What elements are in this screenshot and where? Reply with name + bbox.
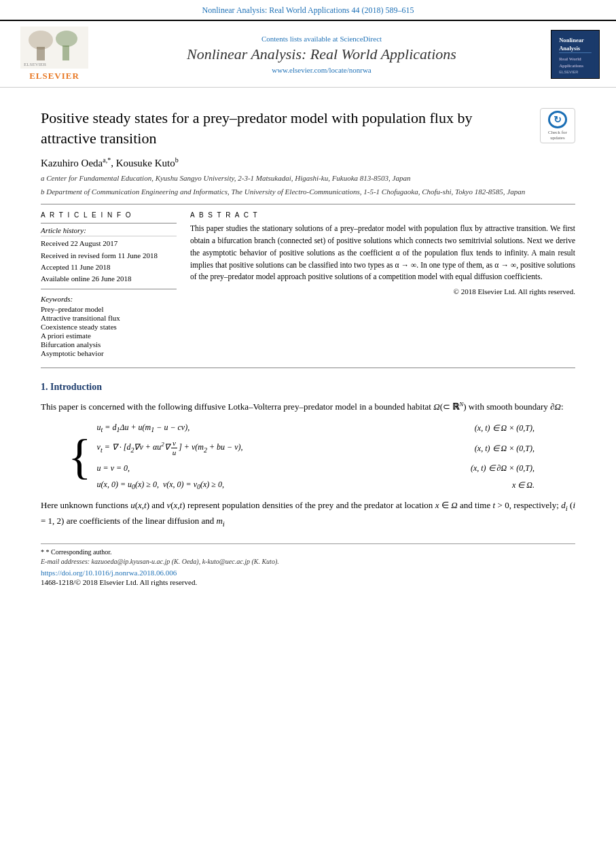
article-info-title: A R T I C L E I N F O (41, 211, 177, 219)
nonlinear-analysis-badge: Nonlinear Analysis Real World Applicatio… (551, 30, 600, 79)
abstract-section: A B S T R A C T This paper studies the s… (190, 211, 575, 358)
kw-1: Prey–predator model (41, 305, 177, 313)
equation-system: { ut = d1Δu + u(m1 − u − cv), (x, t) ∈ Ω… (68, 421, 535, 492)
kw-4: A priori estimate (41, 332, 177, 340)
check-updates-icon: ↻ (548, 111, 567, 128)
svg-text:ELSEVIER: ELSEVIER (559, 70, 579, 74)
svg-text:Real World: Real World (559, 56, 581, 61)
author-b-sup: b (175, 156, 179, 164)
accepted-date: Accepted 11 June 2018 (41, 262, 177, 272)
intro-para1: This paper is concerned with the followi… (41, 399, 575, 414)
abstract-title: A B S T R A C T (190, 211, 575, 219)
journal-url[interactable]: www.elsevier.com/locate/nonrwa (102, 66, 541, 74)
check-updates-label: Check for updates (543, 130, 573, 141)
paper-title: Positive steady states for a prey–predat… (41, 108, 530, 148)
journal-title: Nonlinear Analysis: Real World Applicati… (102, 46, 541, 63)
eq-line-2: vt = ∇ · [d2∇v + αu2∇vu] + v(m2 + bu − v… (97, 439, 535, 457)
divider-2 (41, 368, 575, 368)
article-info: A R T I C L E I N F O Article history: R… (41, 211, 177, 358)
check-updates-badge[interactable]: ↻ Check for updates (540, 108, 575, 143)
corresponding-note: * * Corresponding author. (41, 548, 575, 556)
and-text: and (201, 516, 214, 526)
available-date: Available online 26 June 2018 (41, 274, 177, 284)
journal-center-info: Contents lists available at ScienceDirec… (102, 35, 541, 74)
main-content: Positive steady states for a prey–predat… (0, 88, 616, 600)
journal-badge-right: Nonlinear Analysis Real World Applicatio… (548, 30, 602, 79)
svg-text:Nonlinear: Nonlinear (559, 37, 584, 43)
divider-1 (41, 204, 575, 204)
contents-label: Contents lists available at (261, 35, 338, 43)
elsevier-brand: ELSEVIER (29, 71, 79, 82)
paper-title-section: Positive steady states for a prey–predat… (41, 108, 575, 148)
eq-line-3: u = v = 0, (x, t) ∈ ∂Ω × (0,T), (97, 462, 535, 474)
doi-link[interactable]: https://doi.org/10.1016/j.nonrwa.2018.06… (41, 569, 177, 577)
svg-text:Applications: Applications (559, 62, 583, 67)
svg-point-1 (29, 31, 53, 50)
svg-rect-2 (37, 47, 45, 60)
journal-header: ELSEVIER ELSEVIER Contents lists availab… (0, 20, 616, 88)
history-label: Article history: (41, 226, 177, 236)
sciencedirect-link-text[interactable]: ScienceDirect (340, 35, 382, 43)
top-bar: Nonlinear Analysis: Real World Applicati… (0, 0, 616, 20)
author-a-sup: a,* (103, 156, 111, 164)
abstract-copyright: © 2018 Elsevier Ltd. All rights reserved… (190, 287, 575, 296)
affiliation-a: a Center for Fundamental Education, Kyus… (41, 173, 575, 183)
corresponding-label: * Corresponding author. (46, 548, 112, 556)
svg-point-3 (56, 31, 77, 47)
intro-heading: 1. Introduction (41, 382, 575, 393)
kw-5: Bifurcation analysis (41, 340, 177, 348)
elsevier-logo-section: ELSEVIER ELSEVIER (14, 26, 95, 82)
contents-line: Contents lists available at ScienceDirec… (102, 35, 541, 43)
authors-line: Kazuhiro Oedaa,*, Kousuke Kutob (41, 156, 575, 169)
elsevier-artwork: ELSEVIER (20, 26, 88, 69)
eq-line-4: u(x, 0) = u0(x) ≥ 0, v(x, 0) = v0(x) ≥ 0… (97, 478, 535, 492)
intro-para2: Here unknown functions u(x,t) and v(x,t)… (41, 499, 575, 530)
kw-2: Attractive transitional flux (41, 314, 177, 322)
affiliation-b: b Department of Communication Engineerin… (41, 187, 575, 197)
brace-symbol: { (68, 421, 92, 492)
page-footer: * * Corresponding author. E-mail address… (41, 543, 575, 586)
author-kousuke: , Kousuke Kuto (111, 158, 175, 168)
kw-6: Asymptotic behavior (41, 349, 177, 357)
kw-3: Coexistence steady states (41, 323, 177, 331)
received-date: Received 22 August 2017 (41, 238, 177, 249)
abstract-text: This paper studies the stationary soluti… (190, 223, 575, 283)
info-abstract-container: A R T I C L E I N F O Article history: R… (41, 211, 575, 358)
keywords-label: Keywords: (41, 295, 177, 303)
divider-info (41, 223, 177, 223)
keywords-section: Keywords: Prey–predator model Attractive… (41, 295, 177, 357)
revised-date: Received in revised form 11 June 2018 (41, 251, 177, 261)
journal-link[interactable]: Nonlinear Analysis: Real World Applicati… (202, 5, 414, 15)
footer-email: E-mail addresses: kazuoeda@ip.kyusan-u.a… (41, 558, 575, 565)
svg-text:ELSEVIER: ELSEVIER (24, 62, 46, 67)
divider-kw (41, 289, 177, 289)
footer-issn: 1468-1218/© 2018 Elsevier Ltd. All right… (41, 578, 575, 586)
equations-column: ut = d1Δu + u(m1 − u − cv), (x, t) ∈ Ω ×… (97, 421, 535, 492)
svg-text:Analysis: Analysis (559, 44, 581, 51)
footer-doi[interactable]: https://doi.org/10.1016/j.nonrwa.2018.06… (41, 569, 575, 577)
svg-rect-4 (62, 46, 69, 60)
email-line: E-mail addresses: kazuoeda@ip.kyusan-u.a… (41, 558, 279, 565)
author-kazuhiro: Kazuhiro Oeda (41, 158, 103, 168)
eq-line-1: ut = d1Δu + u(m1 − u − cv), (x, t) ∈ Ω ×… (97, 421, 535, 435)
introduction-section: 1. Introduction This paper is concerned … (41, 382, 575, 530)
